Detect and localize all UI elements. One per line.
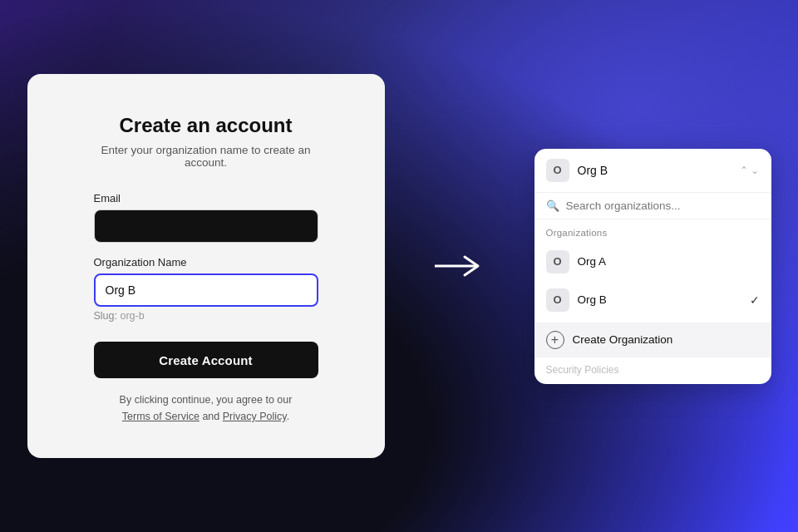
slug-row: Slug: org-b — [94, 310, 318, 322]
org-dropdown-card: O Org B ⌃ ⌄ 🔍 Organizations O Org A O Or… — [534, 149, 771, 384]
search-box: 🔍 — [534, 193, 771, 219]
selected-org-initial: O — [553, 164, 561, 176]
arrow-icon — [435, 254, 485, 278]
org-item-b[interactable]: O Org B ✓ — [534, 281, 771, 319]
org-b-name: Org B — [578, 293, 741, 306]
chevron-down-icon: ⌃ ⌄ — [740, 165, 759, 176]
security-policies-text: Security Policies — [534, 357, 771, 377]
create-organization-label: Create Organization — [573, 333, 673, 346]
selected-org-avatar: O — [546, 159, 569, 182]
create-account-card: Create an account Enter your organizatio… — [27, 74, 385, 458]
search-input[interactable] — [566, 200, 760, 212]
email-input[interactable] — [94, 209, 318, 243]
terms-period: . — [287, 411, 289, 422]
org-b-avatar: O — [546, 288, 569, 312]
org-label: Organization Name — [94, 256, 318, 268]
terms-text: By clicking continue, you agree to our T… — [120, 392, 293, 425]
content-wrapper: Create an account Enter your organizatio… — [27, 74, 771, 458]
selected-checkmark: ✓ — [750, 293, 760, 307]
email-form-group: Email — [94, 192, 318, 243]
create-account-button[interactable]: Create Account — [94, 342, 318, 378]
org-selector[interactable]: O Org B ⌃ ⌄ — [534, 149, 771, 193]
email-label: Email — [94, 192, 318, 204]
slug-value: org-b — [120, 310, 144, 322]
plus-circle-icon: + — [546, 331, 564, 349]
card-subtitle: Enter your organization name to create a… — [94, 144, 318, 169]
create-organization-item[interactable]: + Create Organization — [534, 323, 771, 357]
organizations-section-label: Organizations — [534, 219, 771, 243]
terms-and: and — [202, 411, 219, 422]
org-form-group: Organization Name Slug: org-b — [94, 256, 318, 322]
arrow-container — [435, 254, 485, 278]
org-a-name: Org A — [578, 255, 760, 268]
search-icon: 🔍 — [546, 200, 559, 212]
terms-of-service-link[interactable]: Terms of Service — [122, 411, 200, 422]
card-title: Create an account — [119, 114, 292, 137]
slug-label: Slug: — [94, 310, 118, 322]
terms-before: By clicking continue, you agree to our — [120, 394, 293, 406]
org-a-avatar: O — [546, 250, 569, 273]
org-item-a[interactable]: O Org A — [534, 243, 771, 281]
org-name-input[interactable] — [94, 273, 318, 307]
privacy-policy-link[interactable]: Privacy Policy — [223, 411, 287, 422]
selected-org-name: Org B — [578, 164, 732, 177]
